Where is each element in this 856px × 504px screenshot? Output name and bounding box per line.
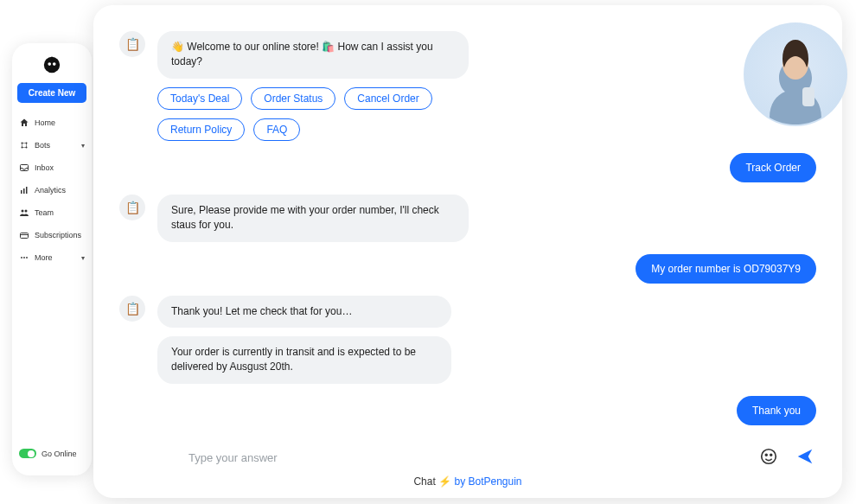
svg-rect-11 (26, 187, 28, 194)
send-icon (795, 447, 814, 469)
svg-rect-19 (802, 87, 814, 106)
svg-point-16 (23, 257, 25, 258)
chevron-down-icon: ▾ (81, 254, 85, 262)
footer-brand-link[interactable]: by BotPenguin (454, 475, 521, 488)
footer-prefix: Chat (413, 475, 438, 488)
message-list: 📋 👋 Welcome to our online store! 🛍️ How … (119, 31, 816, 441)
sidebar-item-analytics[interactable]: Analytics (17, 179, 86, 201)
bot-message: Sure, Please provide me with your order … (157, 195, 469, 242)
bot-message: 👋 Welcome to our online store! 🛍️ How ca… (157, 31, 469, 79)
create-new-button[interactable]: Create New (17, 83, 86, 103)
bot-message: Thank you! Let me check that for you… (157, 296, 451, 328)
sidebar-item-label: Analytics (35, 186, 66, 195)
chip-todays-deal[interactable]: Today's Deal (157, 87, 242, 110)
sidebar-item-team[interactable]: Team (17, 201, 86, 224)
team-icon (19, 207, 29, 218)
chip-order-status[interactable]: Order Status (251, 87, 335, 110)
user-message: Track Order (730, 153, 816, 182)
user-message: Thank you (737, 396, 816, 425)
chip-cancel-order[interactable]: Cancel Order (344, 87, 431, 110)
user-message-row: My order number is OD79037Y9 (119, 254, 816, 284)
bot-avatar-icon: 📋 (119, 31, 145, 57)
user-avatar (744, 22, 847, 126)
bot-message-row: 📋 👋 Welcome to our online store! 🛍️ How … (119, 31, 816, 141)
sidebar-item-bots[interactable]: Bots ▾ (17, 134, 86, 156)
sidebar-item-inbox[interactable]: Inbox (17, 156, 86, 179)
inbox-icon (19, 163, 29, 173)
toggle-switch-icon (19, 449, 36, 458)
botpenguin-logo (42, 55, 61, 74)
more-icon (19, 252, 29, 263)
svg-point-20 (762, 449, 776, 463)
svg-rect-14 (21, 233, 29, 239)
svg-rect-10 (23, 188, 25, 194)
sidebar-item-label: Team (35, 208, 54, 217)
bots-icon (19, 140, 29, 150)
user-message-row: Thank you (119, 396, 816, 425)
go-online-toggle[interactable]: Go Online (17, 443, 86, 463)
chip-faq[interactable]: FAQ (253, 118, 300, 141)
bot-message-row: 📋 Thank you! Let me check that for you… … (119, 296, 816, 384)
subscriptions-icon (19, 230, 29, 240)
sidebar-item-label: Bots (35, 141, 50, 150)
svg-point-13 (25, 210, 28, 213)
smiley-icon (759, 447, 778, 469)
bot-message-row: 📋 Sure, Please provide me with your orde… (119, 195, 816, 242)
send-button[interactable] (794, 446, 816, 469)
analytics-icon (19, 185, 29, 195)
bot-avatar-icon: 📋 (119, 195, 145, 220)
chat-footer: Chat ⚡ by BotPenguin (119, 470, 816, 488)
svg-point-17 (26, 257, 28, 258)
svg-point-12 (22, 210, 24, 213)
lightning-icon: ⚡ (438, 475, 451, 488)
sidebar-item-home[interactable]: Home (17, 112, 86, 134)
svg-point-2 (53, 62, 56, 66)
quick-reply-chips: Today's Deal Order Status Cancel Order R… (157, 87, 486, 141)
composer (119, 441, 816, 470)
svg-point-15 (21, 257, 22, 258)
sidebar-item-label: More (35, 253, 53, 262)
sidebar-item-more[interactable]: More ▾ (17, 246, 86, 269)
sidebar-item-label: Subscriptions (35, 231, 81, 239)
bot-avatar-icon: 📋 (119, 296, 145, 322)
svg-rect-3 (51, 57, 53, 61)
sidebar-item-label: Inbox (35, 163, 54, 172)
home-icon (19, 118, 29, 128)
user-message: My order number is OD79037Y9 (636, 254, 816, 284)
sidebar-item-subscriptions[interactable]: Subscriptions (17, 224, 86, 246)
svg-point-1 (48, 62, 51, 66)
chevron-down-icon: ▾ (81, 142, 85, 150)
emoji-button[interactable] (757, 446, 780, 469)
message-input[interactable] (188, 451, 744, 464)
svg-point-22 (770, 454, 772, 456)
go-online-label: Go Online (42, 450, 77, 458)
svg-point-21 (765, 454, 767, 456)
user-message-row: Track Order (119, 153, 816, 182)
bot-message: Your order is currently in transit and i… (157, 336, 451, 384)
chat-window: 📋 👋 Welcome to our online store! 🛍️ How … (93, 5, 842, 498)
sidebar-item-label: Home (35, 118, 55, 127)
svg-rect-9 (21, 190, 22, 194)
app-sidebar: Create New Home Bots ▾ Inbox Analytics T… (12, 43, 92, 475)
chip-return-policy[interactable]: Return Policy (157, 118, 245, 141)
